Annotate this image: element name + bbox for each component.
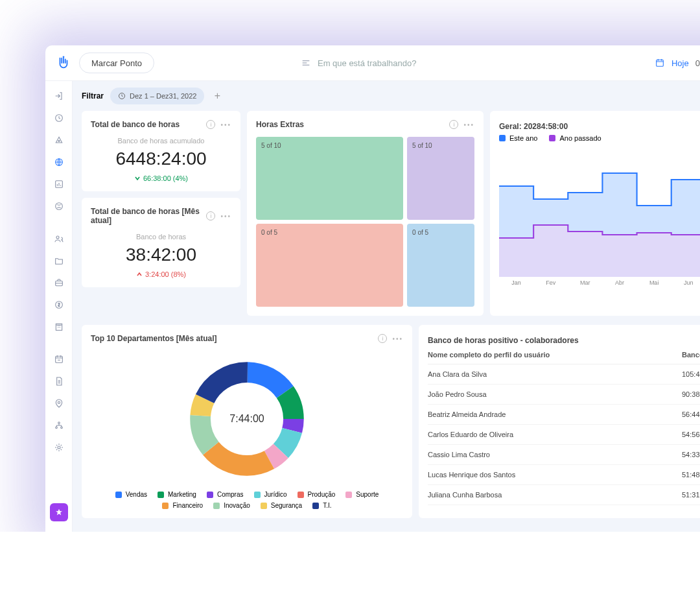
button-label: Marcar Ponto [91, 58, 142, 68]
sidebar-item-clock[interactable] [49, 108, 69, 128]
brand-logo [56, 55, 71, 71]
cell-hours: 56:44:00 [682, 410, 700, 418]
sidebar-item-settings[interactable] [49, 438, 69, 457]
info-icon[interactable]: i [206, 211, 215, 220]
metric-subtitle: Banco de horas acumulado [91, 137, 231, 145]
filter-bar: Filtrar Dez 1 – Dez31, 2022 + [73, 81, 700, 111]
menu-icon[interactable]: ••• [220, 213, 231, 220]
legend-label: Compras [217, 491, 244, 498]
table-row[interactable]: Carlos Eduardo de Oliveira54:56:00 [428, 425, 700, 445]
sidebar-item-building[interactable] [49, 317, 69, 337]
axis-label: Mai [637, 279, 671, 286]
card-top10: Top 10 Departamentos [Mês atual] i••• [82, 325, 412, 518]
card-month-bank: Total de banco de horas [Mês atual] i•••… [82, 198, 240, 287]
filter-label: Filtrar [82, 91, 104, 101]
menu-icon[interactable]: ••• [463, 121, 474, 128]
menu-icon[interactable]: ••• [392, 335, 403, 342]
legend-label: Suporte [356, 491, 379, 498]
cell-hours: 51:48:00 [682, 471, 700, 479]
cell-name: Beatriz Almeida Andrade [428, 410, 682, 418]
app-window: Marcar Ponto Hoje 0:00:00 [45, 45, 700, 532]
metric-value: 38:42:00 [91, 244, 231, 265]
sidebar-item-users[interactable] [49, 229, 69, 248]
menu-icon[interactable]: ••• [220, 121, 231, 128]
table-row[interactable]: Juliana Cunha Barbosa51:31:00 [428, 485, 700, 505]
axis-label: Fev [533, 279, 568, 286]
svg-point-16 [58, 446, 60, 449]
treemap-cell[interactable]: 5 of 10 [407, 137, 474, 220]
svg-point-7 [56, 236, 59, 239]
table-body: Ana Clara da Silva105:44:00João Pedro So… [428, 364, 700, 505]
search-field[interactable] [301, 58, 508, 68]
svg-point-12 [58, 401, 60, 403]
treemap-cell[interactable]: 0 of 5 [407, 224, 474, 307]
table-row[interactable]: Cassio Lima Castro54:33:00 [428, 445, 700, 465]
legend-label: Financeiro [172, 502, 203, 509]
chevron-up-icon [136, 271, 143, 278]
table-row[interactable]: Beatriz Almeida Andrade56:44:00 [428, 405, 700, 425]
card-title: Top 10 Departamentos [Mês atual] [91, 334, 216, 343]
legend-label: Este ano [509, 134, 537, 142]
table-row[interactable]: João Pedro Sousa90:38:00 [428, 385, 700, 405]
cell-name: João Pedro Sousa [428, 390, 682, 398]
star-icon [54, 508, 64, 517]
donut-chart: 7:44:00 [91, 351, 403, 487]
sidebar-item-globe[interactable] [49, 152, 69, 172]
sidebar-item-location[interactable] [49, 394, 69, 413]
today-label: Hoje [671, 58, 689, 68]
sidebar-item-triangle[interactable] [49, 130, 69, 150]
cell-name: Cassio Lima Castro [428, 451, 682, 458]
sidebar-item-org[interactable] [49, 416, 69, 435]
sidebar-item-schedule[interactable] [49, 350, 69, 369]
card-total-bank: Total de banco de horas i••• Banco de ho… [82, 111, 240, 191]
date-range-chip[interactable]: Dez 1 – Dez31, 2022 [110, 88, 204, 104]
list-icon [301, 58, 311, 68]
delta-text: 3:24:00 (8%) [145, 270, 186, 278]
step-chart [499, 147, 700, 277]
info-icon[interactable]: i [449, 120, 458, 129]
info-icon[interactable]: i [206, 120, 215, 129]
info-icon[interactable]: i [378, 334, 387, 343]
sidebar-item-briefcase[interactable] [49, 273, 69, 292]
treemap: 5 of 10 5 of 10 0 of 5 0 of 5 [256, 137, 474, 307]
cell-hours: 105:44:00 [682, 370, 700, 378]
sidebar-item-enter[interactable] [49, 86, 69, 106]
chart-legend: Este ano Ano passado [499, 134, 700, 142]
legend-label: Segurança [271, 502, 302, 509]
sidebar-item-money[interactable] [49, 295, 69, 315]
topbar: Marcar Ponto Hoje 0:00:00 [45, 45, 700, 81]
col-header-name: Nome completo do perfil do usuário [428, 351, 682, 359]
delta-text: 66:38:00 (4%) [143, 174, 188, 182]
axis-label: Jan [499, 279, 533, 286]
treemap-cell[interactable]: 0 of 5 [256, 224, 403, 307]
search-input[interactable] [318, 58, 508, 68]
table-row[interactable]: Ana Clara da Silva105:44:00 [428, 364, 700, 385]
svg-point-0 [63, 56, 65, 58]
sidebar-item-chart[interactable] [49, 174, 69, 194]
x-axis: Jan Fev Mar Abr Mai Jun Jul [499, 279, 700, 286]
legend-label: Produção [308, 491, 336, 498]
legend-label: Jurídico [264, 491, 287, 498]
cell-hours: 51:31:00 [682, 491, 700, 499]
card-positive-bank: Banco de horas positivo - colaboradores … [419, 325, 700, 518]
add-filter-button[interactable]: + [211, 89, 224, 102]
legend-label: Marketing [168, 491, 196, 498]
content-area: Filtrar Dez 1 – Dez31, 2022 + Total de b… [73, 81, 700, 532]
treemap-cell[interactable]: 5 of 10 [256, 137, 403, 220]
svg-point-13 [58, 422, 60, 424]
sidebar-item-folder[interactable] [49, 251, 69, 270]
favorite-button[interactable] [50, 503, 68, 521]
metric-value: 6448:24:00 [91, 148, 231, 169]
metric-delta: 66:38:00 (4%) [91, 174, 231, 182]
sidebar-item-doc[interactable] [49, 372, 69, 391]
metric-subtitle: Banco de horas [91, 233, 231, 241]
marcar-ponto-button[interactable]: Marcar Ponto [79, 53, 154, 73]
card-title: Banco de horas positivo - colaboradores [428, 336, 579, 345]
sidebar-item-world[interactable] [49, 196, 69, 216]
card-title: Total de banco de horas [91, 120, 180, 129]
table-row[interactable]: Lucas Henrique dos Santos51:48:00 [428, 465, 700, 485]
svg-rect-11 [55, 356, 62, 362]
donut-legend: Vendas Marketing Compras Jurídico Produç… [91, 491, 403, 509]
timer-section: Hoje 0:00:00 [655, 54, 700, 72]
legend-label: Vendas [126, 491, 147, 498]
